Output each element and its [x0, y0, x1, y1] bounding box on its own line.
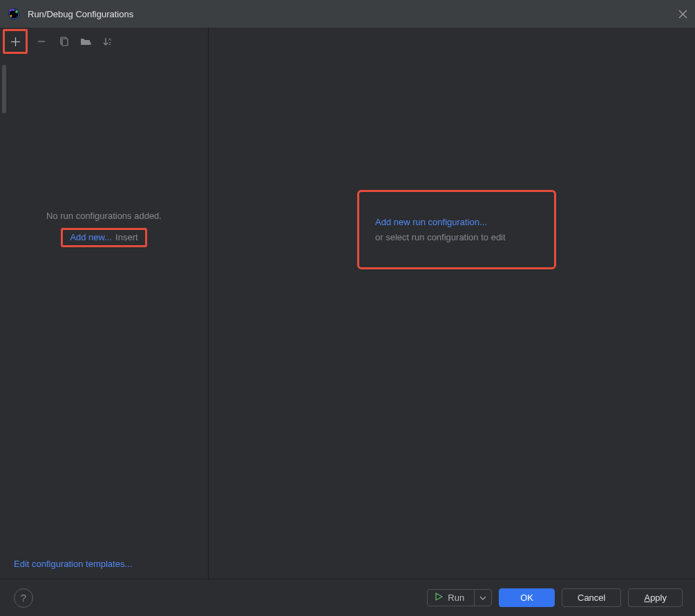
copy-button[interactable] — [55, 33, 72, 50]
right-empty-state: Add new run configuration... or select r… — [357, 190, 556, 269]
close-icon[interactable] — [677, 8, 688, 19]
add-button[interactable] — [3, 29, 28, 54]
help-icon: ? — [21, 592, 26, 604]
window-title: Run/Debug Configurations — [28, 9, 677, 19]
apply-button[interactable]: Apply — [628, 588, 683, 607]
svg-text:Z: Z — [108, 41, 111, 46]
main-area: A Z No run configurations added. Add new… — [0, 28, 695, 579]
edit-templates-link[interactable]: Edit configuration templates... — [14, 559, 132, 569]
chevron-down-icon — [479, 595, 486, 601]
remove-button[interactable] — [33, 33, 50, 50]
button-bar: ? Run OK Cancel Apply — [0, 579, 695, 616]
sidebar-content: No run configurations added. Add new... … — [0, 55, 208, 550]
sidebar-toolbar: A Z — [0, 28, 208, 55]
svg-point-3 — [10, 15, 12, 17]
resize-handle[interactable] — [2, 65, 6, 113]
ok-button[interactable]: OK — [499, 588, 555, 607]
svg-rect-10 — [62, 39, 68, 46]
add-new-link[interactable]: Add new... — [70, 232, 112, 242]
sidebar: A Z No run configurations added. Add new… — [0, 28, 209, 579]
add-new-config-link[interactable]: Add new run configuration... — [375, 217, 506, 227]
play-icon — [435, 593, 443, 603]
button-group: Run OK Cancel Apply — [427, 588, 683, 607]
select-config-hint: or select run configuration to edit — [375, 232, 506, 242]
insert-shortcut-hint: Insert — [115, 232, 138, 242]
svg-point-2 — [15, 10, 18, 13]
add-new-container: Add new... Insert — [61, 228, 146, 247]
cancel-button[interactable]: Cancel — [562, 588, 621, 607]
app-icon — [7, 7, 21, 21]
run-button[interactable]: Run — [428, 590, 474, 606]
folder-button[interactable] — [77, 33, 94, 50]
run-dropdown-button[interactable] — [474, 590, 491, 606]
empty-message: No run configurations added. — [46, 211, 162, 221]
help-button[interactable]: ? — [14, 588, 33, 608]
run-button-container: Run — [427, 589, 492, 606]
right-panel: Add new run configuration... or select r… — [209, 28, 695, 579]
titlebar: Run/Debug Configurations — [0, 0, 695, 28]
sidebar-footer: Edit configuration templates... — [0, 550, 208, 579]
run-button-label: Run — [448, 593, 464, 603]
sort-button[interactable]: A Z — [99, 33, 116, 50]
